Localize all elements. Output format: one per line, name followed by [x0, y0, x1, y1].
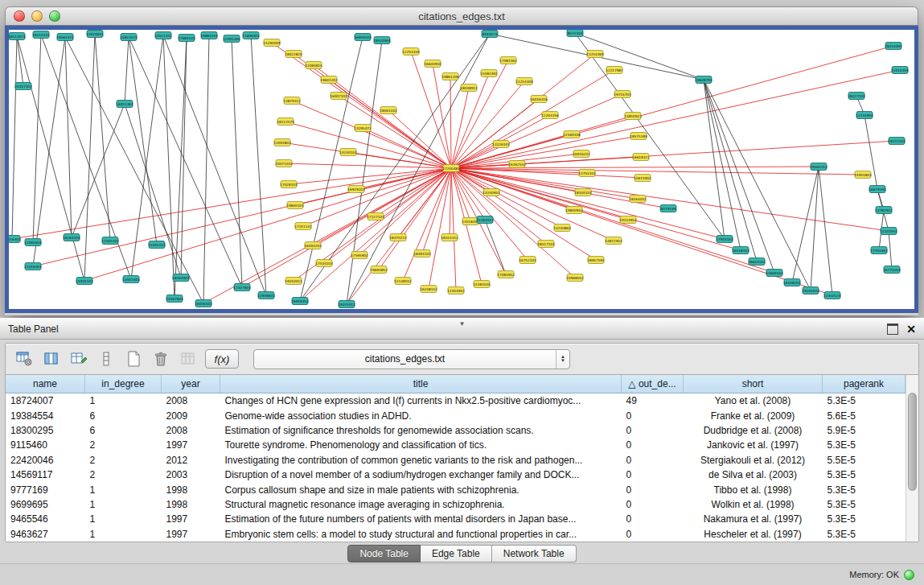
graph-node[interactable]: 12084815 — [305, 62, 322, 69]
graph-node[interactable]: 18264903 — [172, 274, 190, 282]
graph-node[interactable]: 18164042 — [629, 196, 647, 203]
graph-node[interactable]: 15290009 — [263, 39, 281, 47]
network-canvas[interactable]: 1851307416510332195653721261065115823574… — [9, 30, 914, 309]
graph-node[interactable]: 12091265 — [223, 35, 240, 43]
graph-node[interactable]: 19245012 — [338, 301, 355, 308]
graph-node[interactable]: 17684544 — [178, 35, 195, 42]
graph-node[interactable]: 18610103 — [748, 258, 766, 266]
graph-node[interactable]: 13669103 — [766, 270, 783, 277]
table-row[interactable]: 1938455462009Genome-wide association stu… — [6, 408, 906, 422]
graph-node[interactable]: 16752103 — [519, 257, 536, 264]
graph-node[interactable]: 12734903 — [856, 112, 873, 119]
graph-node[interactable]: 16929203 — [347, 186, 365, 193]
graph-node[interactable]: 15955803 — [854, 171, 872, 179]
graph-node[interactable]: 16056103 — [195, 300, 212, 307]
column-header[interactable]: year — [162, 375, 220, 393]
graph-node[interactable]: 15505103 — [148, 241, 166, 249]
graph-node[interactable]: 16618321 — [632, 154, 650, 161]
graph-node[interactable]: 15010359 — [891, 67, 909, 74]
column-header[interactable]: name — [6, 375, 85, 393]
graph-node[interactable]: 8379199 — [660, 205, 676, 212]
graph-node[interactable]: 13295473 — [354, 125, 372, 132]
graph-node[interactable]: 10521341 — [154, 32, 172, 39]
graph-node[interactable]: 17251142 — [294, 223, 312, 230]
graph-node[interactable]: 17704363 — [870, 247, 888, 254]
graph-node[interactable]: 8183074 — [482, 31, 498, 38]
graph-node[interactable]: 14567903 — [166, 295, 183, 303]
close-panel-icon[interactable]: ✕ — [906, 323, 916, 335]
panel-collapse-handle[interactable]: ▾ — [460, 319, 464, 328]
graph-node[interactable]: 18370212 — [389, 234, 407, 241]
graph-node[interactable]: 12060403 — [24, 239, 42, 246]
window-titlebar[interactable]: citations_edges.txt — [5, 6, 918, 26]
graph-node[interactable]: 17595902 — [351, 252, 368, 259]
graph-node[interactable]: 16510332 — [32, 31, 50, 39]
graph-node[interactable]: 14240952 — [483, 189, 500, 196]
table-row[interactable]: 977716911998Corpus callosum shape and si… — [6, 482, 906, 496]
tab-edge-table[interactable]: Edge Table — [421, 545, 492, 562]
graph-node[interactable]: 19694852 — [370, 266, 388, 274]
graph-node[interactable]: 15184545 — [473, 281, 491, 288]
graph-node[interactable]: 18113579 — [277, 118, 294, 126]
graph-node[interactable]: 18022820 — [285, 51, 302, 58]
column-header[interactable]: title — [220, 375, 622, 393]
tab-node-table[interactable]: Node Table — [347, 545, 421, 562]
table-row[interactable]: 946554611997Estimation of the future num… — [6, 512, 906, 526]
graph-node[interactable]: 18038912 — [460, 84, 478, 92]
graph-node[interactable]: 11254309 — [515, 78, 533, 85]
graph-node[interactable]: 18061032 — [380, 107, 397, 114]
graph-node[interactable]: 17081062 — [499, 57, 517, 64]
delete-columns-icon[interactable] — [150, 348, 171, 369]
graph-node[interactable]: 16770103 — [883, 266, 901, 274]
graph-node[interactable]: 19648794 — [695, 76, 713, 84]
tab-network-table[interactable]: Network Table — [492, 545, 577, 562]
column-header[interactable]: △ out_de... — [622, 375, 684, 393]
graph-node[interactable]: 13094803 — [273, 139, 291, 146]
graph-node[interactable]: 19884544 — [200, 32, 218, 39]
table-row[interactable]: 1872400712008Changes of HCN gene express… — [6, 393, 906, 409]
graph-node[interactable]: 13755103 — [578, 170, 596, 177]
table-row[interactable]: 969969511998Structural magnetic resonanc… — [6, 497, 906, 512]
close-window-button[interactable] — [14, 10, 25, 22]
graph-node[interactable]: 10674902 — [634, 175, 651, 182]
graph-node[interactable]: 12610651 — [86, 31, 104, 38]
graph-node[interactable]: 16048103 — [783, 279, 801, 286]
graph-node[interactable]: 17327903 — [233, 284, 251, 291]
graph-node[interactable]: 19840103 — [286, 202, 304, 209]
graph-node[interactable]: 19861206 — [441, 73, 459, 80]
show-columns-icon[interactable] — [41, 348, 62, 369]
graph-node[interactable]: 14782952 — [875, 207, 893, 214]
graph-node[interactable]: 12204356 — [541, 112, 559, 119]
graph-node[interactable]: 15582492 — [480, 70, 498, 77]
minimize-window-button[interactable] — [31, 10, 43, 22]
graph-node[interactable]: 13226103 — [492, 141, 510, 148]
graph-node[interactable]: 15823574 — [120, 34, 138, 41]
graph-node[interactable]: 18227103 — [848, 93, 865, 100]
table-row[interactable]: 2242004622012Investigating the contribut… — [6, 453, 906, 468]
graph-node[interactable]: 16016242 — [573, 150, 590, 158]
graph-node[interactable]: 18544904 — [373, 37, 391, 44]
graph-node[interactable]: 17933103 — [716, 236, 733, 243]
graph-node[interactable]: 17534103 — [315, 260, 333, 267]
graph-node[interactable]: 19734703 — [614, 91, 631, 98]
graph-node[interactable]: 11606301 — [242, 32, 260, 39]
graph-node[interactable]: 15935103 — [76, 278, 93, 285]
scrollbar-thumb[interactable] — [908, 393, 917, 491]
graph-node[interactable]: 12254349 — [402, 48, 420, 56]
graph-node[interactable]: 19245032 — [802, 287, 819, 295]
graph-node[interactable]: 12217987 — [606, 67, 623, 74]
graph-node[interactable]: 12504952 — [447, 287, 465, 295]
graph-node[interactable]: 13501503 — [122, 276, 140, 283]
graph-node[interactable]: 12160108 — [563, 131, 581, 138]
graph-node[interactable]: 16016316 — [530, 96, 548, 103]
table-row[interactable]: 946362711997Embryonic stem cells: a mode… — [6, 527, 906, 542]
graph-node[interactable]: 16051362 — [116, 101, 133, 108]
graph-node[interactable]: 19601202 — [320, 76, 338, 84]
graph-node[interactable]: 19565313 — [810, 163, 827, 171]
graph-node[interactable]: 17028103 — [280, 181, 298, 188]
graph-node[interactable]: 12505103 — [101, 237, 119, 245]
column-header[interactable]: pagerank — [823, 375, 906, 393]
graph-node[interactable]: 19250013 — [285, 278, 302, 285]
zoom-window-button[interactable] — [49, 10, 60, 22]
graph-node[interactable]: 14240863 — [553, 225, 571, 232]
